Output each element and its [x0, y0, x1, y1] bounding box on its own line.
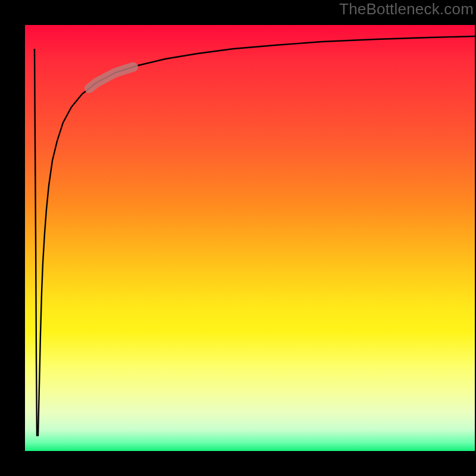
watermark-text: TheBottleneck.com — [339, 0, 474, 18]
highlight-segment — [89, 67, 133, 89]
plot-area — [25, 25, 475, 451]
curve-layer — [25, 25, 475, 451]
bottleneck-curve — [35, 36, 475, 436]
chart-stage: TheBottleneck.com — [0, 0, 476, 476]
